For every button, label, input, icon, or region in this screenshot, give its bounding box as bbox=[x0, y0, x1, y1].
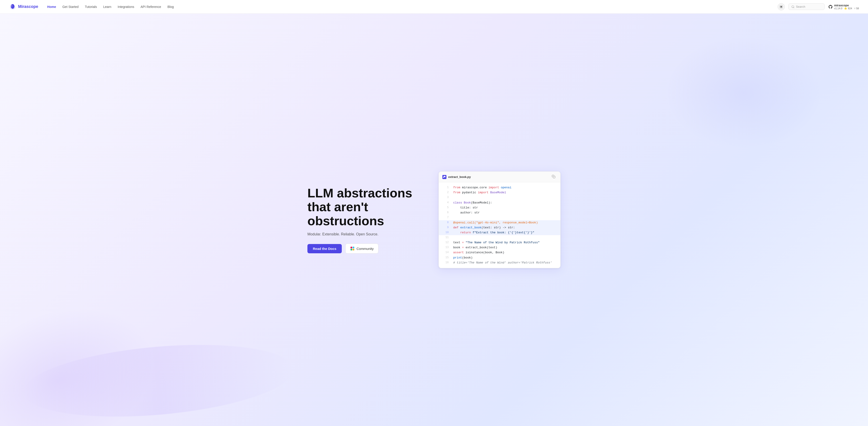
nav-logo[interactable]: Mirascope bbox=[9, 3, 38, 10]
github-version: v1.14.0 bbox=[834, 7, 842, 10]
copy-button[interactable] bbox=[550, 174, 557, 179]
code-line-3: 3 bbox=[439, 195, 560, 200]
code-line-8: 8@openai.call("gpt-4o-mini", response_mo… bbox=[439, 220, 560, 225]
community-button[interactable]: Community bbox=[345, 244, 378, 254]
code-panel: extract_book.py 1from mirascope.core imp… bbox=[438, 171, 561, 268]
code-line-1: 1from mirascope.core import openai bbox=[439, 185, 560, 190]
nav-links: Home Get Started Tutorials Learn Integra… bbox=[47, 5, 778, 9]
hero-left: LLM abstractions that aren't obstruction… bbox=[307, 186, 425, 254]
nav-learn[interactable]: Learn bbox=[103, 5, 112, 9]
code-panel-header: extract_book.py bbox=[439, 172, 560, 182]
code-line-11: 11 bbox=[439, 235, 560, 240]
nav-integrations[interactable]: Integrations bbox=[118, 5, 134, 9]
hero-buttons: Read the Docs Community bbox=[307, 244, 425, 254]
code-line-2: 2from pydantic import BaseModel bbox=[439, 190, 560, 195]
code-line-12: 12text = "The Name of the Wind by Patric… bbox=[439, 240, 560, 245]
bg-wave-2 bbox=[664, 36, 823, 149]
nav-get-started[interactable]: Get Started bbox=[62, 5, 79, 9]
nav-api-reference[interactable]: API Reference bbox=[141, 5, 161, 9]
python-icon bbox=[443, 176, 446, 178]
code-panel-file-icon bbox=[442, 175, 446, 179]
github-link[interactable]: mirascope v1.14.0 ⭐ 824 ⑂ 58 bbox=[828, 4, 859, 10]
theme-toggle-button[interactable] bbox=[778, 3, 785, 10]
nav-tutorials[interactable]: Tutorials bbox=[85, 5, 97, 9]
read-docs-button[interactable]: Read the Docs bbox=[307, 244, 342, 253]
github-stars: ⭐ 824 bbox=[844, 7, 852, 10]
nav-right: Search mirascope v1.14.0 ⭐ 824 ⑂ 58 bbox=[778, 3, 859, 10]
bg-wave-1 bbox=[0, 282, 175, 426]
code-line-4: 4class Book(BaseModel): bbox=[439, 200, 560, 205]
logo-icon bbox=[9, 3, 16, 10]
svg-rect-12 bbox=[553, 176, 555, 178]
code-line-6: 6 author: str bbox=[439, 210, 560, 215]
code-line-14: 14assert isinstance(book, Book) bbox=[439, 250, 560, 255]
code-panel-filename: extract_book.py bbox=[448, 175, 471, 178]
hero-title: LLM abstractions that aren't obstruction… bbox=[307, 186, 425, 228]
svg-rect-8 bbox=[350, 247, 352, 249]
code-panel-title: extract_book.py bbox=[442, 175, 471, 179]
github-info: mirascope v1.14.0 ⭐ 824 ⑂ 58 bbox=[834, 4, 859, 10]
code-line-10: 10 return f"Extract the book: {'{'}text{… bbox=[439, 230, 560, 235]
bg-wave-3 bbox=[20, 335, 296, 426]
svg-rect-9 bbox=[352, 247, 354, 249]
svg-point-5 bbox=[11, 7, 14, 9]
hero-right: extract_book.py 1from mirascope.core imp… bbox=[438, 171, 561, 268]
github-forks: ⑂ 58 bbox=[854, 7, 859, 10]
code-line-16: 16# title='The Name of the Wind' author=… bbox=[439, 260, 560, 265]
svg-rect-10 bbox=[350, 249, 352, 251]
github-username: mirascope bbox=[834, 4, 849, 7]
search-placeholder: Search bbox=[796, 5, 805, 8]
code-line-9: 9def extract_book(text: str) -> str: bbox=[439, 225, 560, 230]
search-bar[interactable]: Search bbox=[788, 3, 825, 10]
nav-logo-text: Mirascope bbox=[18, 4, 38, 9]
svg-rect-11 bbox=[352, 249, 354, 251]
github-stats: v1.14.0 ⭐ 824 ⑂ 58 bbox=[834, 7, 859, 10]
nav-home[interactable]: Home bbox=[47, 5, 56, 9]
search-icon bbox=[792, 5, 795, 8]
svg-point-4 bbox=[12, 6, 12, 6]
github-icon bbox=[828, 4, 833, 9]
nav-blog[interactable]: Blog bbox=[167, 5, 174, 9]
navbar: Mirascope Home Get Started Tutorials Lea… bbox=[0, 0, 868, 13]
theme-icon bbox=[779, 5, 783, 9]
code-line-7: 7 bbox=[439, 215, 560, 220]
hero-subtitle: Modular. Extensible. Reliable. Open Sour… bbox=[307, 232, 425, 236]
code-line-13: 13book = extract_book(text) bbox=[439, 245, 560, 250]
svg-point-6 bbox=[780, 6, 782, 7]
hero-content: LLM abstractions that aren't obstruction… bbox=[298, 158, 569, 282]
copy-icon bbox=[552, 175, 555, 178]
community-icon bbox=[350, 246, 355, 251]
code-body: 1from mirascope.core import openai 2from… bbox=[439, 182, 560, 268]
code-line-5: 5 title: str bbox=[439, 205, 560, 210]
hero-section: LLM abstractions that aren't obstruction… bbox=[0, 13, 868, 426]
code-line-15: 15print(book) bbox=[439, 255, 560, 260]
